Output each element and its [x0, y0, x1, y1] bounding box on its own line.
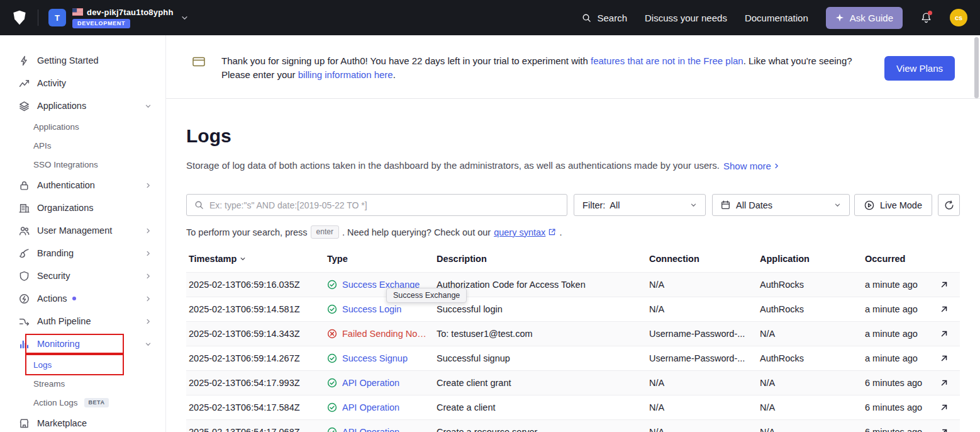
- search-hint: To perform your search, pressenter. Need…: [186, 225, 960, 239]
- topbar-discuss-link[interactable]: Discuss your needs: [645, 13, 727, 23]
- auth0-logo-icon[interactable]: [11, 9, 28, 26]
- calendar-icon: [721, 200, 730, 210]
- free-plan-features-link[interactable]: features that are not in the Free plan: [591, 55, 743, 66]
- sidebar-item-branding[interactable]: Branding: [0, 242, 165, 264]
- sidebar-item-marketplace[interactable]: Marketplace: [0, 412, 165, 432]
- open-log-arrow[interactable]: [937, 395, 960, 420]
- log-table-body: 2025-02-13T06:59:16.035ZSuccess Exchange…: [186, 273, 960, 432]
- filter-value: All: [610, 200, 620, 210]
- ask-guide-button[interactable]: Ask Guide: [826, 7, 903, 29]
- sparkle-icon: [835, 13, 844, 22]
- sidebar-item-label: Auth Pipeline: [37, 316, 91, 326]
- sidebar-subitem-label: Logs: [33, 360, 52, 370]
- open-log-arrow[interactable]: [937, 322, 960, 346]
- open-log-arrow[interactable]: [937, 346, 960, 371]
- sort-chevron-icon: [240, 256, 246, 262]
- sidebar-item-user-management[interactable]: User Management: [0, 219, 165, 242]
- type-wrap: Failed Sending Notific...: [327, 329, 428, 339]
- log-type-link[interactable]: API Operation: [342, 402, 399, 412]
- application-cell: N/A: [757, 395, 862, 420]
- new-feature-dot: [72, 297, 76, 300]
- sidebar-item-authentication[interactable]: Authentication: [0, 174, 165, 196]
- page-description: Storage of log data of both actions take…: [186, 160, 960, 171]
- topbar-documentation-link[interactable]: Documentation: [745, 13, 808, 23]
- open-log-arrow[interactable]: [937, 297, 960, 322]
- filter-select[interactable]: Filter: All: [574, 194, 706, 216]
- log-type-link[interactable]: Failed Sending Notific...: [342, 329, 428, 339]
- timestamp-cell: 2025-02-13T06:54:17.993Z: [186, 371, 325, 395]
- sidebar-item-actions[interactable]: Actions: [0, 287, 165, 310]
- sidebar-subitem-label: Applications: [33, 122, 79, 132]
- sidebar: Getting StartedActivityApplicationsAppli…: [0, 35, 166, 432]
- topbar: T dev-pikj7tau1to8yphh DEVELOPMENT Searc…: [0, 0, 980, 35]
- chevron-right-icon: [145, 273, 152, 280]
- sidebar-subitem-sso-integrations[interactable]: SSO Integrations: [0, 155, 165, 174]
- sidebar-item-activity[interactable]: Activity: [0, 72, 165, 94]
- connection-cell: N/A: [647, 297, 757, 322]
- type-wrap: API Operation: [327, 427, 428, 432]
- log-row[interactable]: 2025-02-13T06:59:14.343ZFailed Sending N…: [186, 322, 960, 346]
- log-row[interactable]: 2025-02-13T06:59:14.267ZSuccess SignupSu…: [186, 346, 960, 371]
- column-header-timestamp[interactable]: Timestamp: [186, 250, 325, 273]
- column-header-application: Application: [757, 250, 862, 273]
- sidebar-subitem-logs[interactable]: Logs: [0, 355, 165, 374]
- log-row[interactable]: 2025-02-13T06:54:17.993ZAPI OperationCre…: [186, 371, 960, 395]
- occurred-cell: a minute ago: [862, 273, 937, 297]
- type-cell: Failed Sending Notific...: [325, 322, 434, 346]
- notification-dot: [928, 11, 932, 15]
- success-status-icon: [327, 402, 337, 412]
- page-scrollbar[interactable]: [974, 37, 979, 98]
- open-log-arrow[interactable]: [937, 273, 960, 297]
- view-plans-button[interactable]: View Plans: [884, 56, 955, 81]
- query-syntax-link[interactable]: query syntax: [494, 227, 556, 237]
- show-more-link[interactable]: Show more: [723, 161, 780, 171]
- play-circle-icon: [864, 200, 874, 210]
- sidebar-item-organizations[interactable]: Organizations: [0, 196, 165, 219]
- log-table-wrap: Timestamp Type Description Connection Ap…: [186, 250, 960, 432]
- billing-information-link[interactable]: billing information here: [298, 69, 393, 80]
- chevron-down-icon: [145, 103, 152, 110]
- beta-badge: BETA: [84, 398, 109, 407]
- connection-cell: Username-Password-...: [647, 322, 757, 346]
- topbar-search-label: Search: [597, 13, 627, 23]
- log-type-link[interactable]: Success Login: [342, 304, 401, 314]
- log-row[interactable]: 2025-02-13T06:59:16.035ZSuccess Exchange…: [186, 273, 960, 297]
- log-search-input[interactable]: [209, 200, 559, 210]
- topbar-right: Search Discuss your needs Documentation …: [582, 7, 967, 29]
- type-wrap: Success Login: [327, 304, 428, 314]
- open-log-arrow[interactable]: [937, 420, 960, 432]
- tenant-switcher[interactable]: T dev-pikj7tau1to8yphh DEVELOPMENT: [48, 8, 188, 28]
- chevron-right-icon: [145, 250, 152, 257]
- type-cell: API Operation: [325, 371, 434, 395]
- log-type-link[interactable]: API Operation: [342, 378, 399, 388]
- filter-label: Filter:: [582, 200, 605, 210]
- topbar-discuss-label: Discuss your needs: [645, 13, 727, 23]
- timestamp-cell: 2025-02-13T06:54:17.584Z: [186, 395, 325, 420]
- success-status-icon: [327, 378, 337, 388]
- refresh-button[interactable]: [938, 194, 960, 216]
- topbar-left: T dev-pikj7tau1to8yphh DEVELOPMENT: [11, 8, 188, 28]
- sidebar-item-applications[interactable]: Applications: [0, 94, 165, 117]
- sidebar-item-security[interactable]: Security: [0, 264, 165, 287]
- sidebar-subitem-action-logs[interactable]: Action LogsBETA: [0, 393, 165, 412]
- sidebar-item-auth-pipeline[interactable]: Auth Pipeline: [0, 310, 165, 333]
- avatar[interactable]: cs: [950, 9, 967, 26]
- log-row[interactable]: 2025-02-13T06:54:17.068ZAPI OperationCre…: [186, 420, 960, 432]
- applications-icon: [19, 101, 30, 111]
- live-mode-button[interactable]: Live Mode: [854, 194, 932, 216]
- topbar-search[interactable]: Search: [582, 13, 627, 23]
- open-log-arrow[interactable]: [937, 371, 960, 395]
- notifications-button[interactable]: [920, 12, 932, 24]
- sidebar-subitem-apis[interactable]: APIs: [0, 136, 165, 155]
- log-row[interactable]: 2025-02-13T06:59:14.581ZSuccess LoginSuc…: [186, 297, 960, 322]
- sidebar-subitem-streams[interactable]: Streams: [0, 374, 165, 393]
- log-type-link[interactable]: Success Signup: [342, 353, 408, 363]
- sidebar-subitem-applications[interactable]: Applications: [0, 117, 165, 136]
- date-range-select[interactable]: All Dates: [712, 194, 850, 216]
- log-row[interactable]: 2025-02-13T06:54:17.584ZAPI OperationCre…: [186, 395, 960, 420]
- success-status-icon: [327, 280, 337, 290]
- sidebar-item-monitoring[interactable]: Monitoring: [0, 333, 165, 355]
- log-type-link[interactable]: API Operation: [342, 427, 399, 432]
- tenant-name: dev-pikj7tau1to8yphh: [87, 8, 174, 17]
- sidebar-item-getting-started[interactable]: Getting Started: [0, 49, 165, 72]
